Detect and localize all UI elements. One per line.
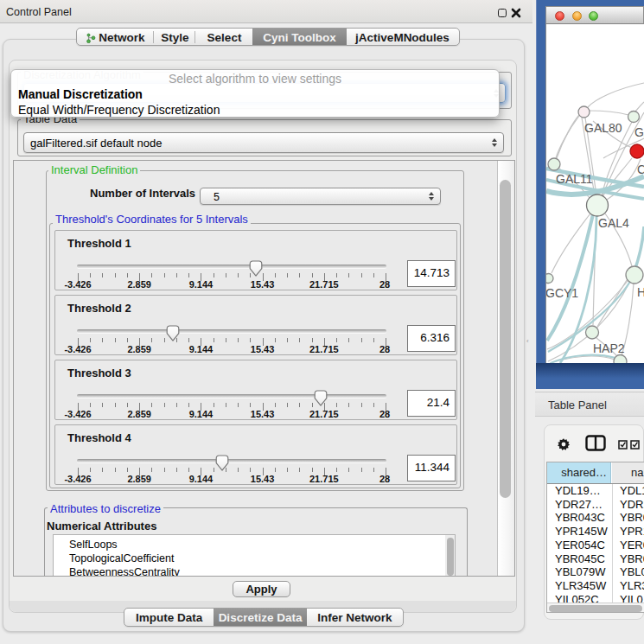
svg-text:HAP2: HAP2 (593, 341, 625, 355)
svg-text:GAL4: GAL4 (598, 216, 629, 230)
svg-text:GA: GA (634, 125, 644, 139)
svg-text:GAL80: GAL80 (584, 121, 622, 135)
svg-text:H: H (637, 285, 644, 299)
svg-text:GCY1: GCY1 (546, 286, 578, 300)
svg-text:C: C (637, 163, 644, 176)
svg-text:GAL11: GAL11 (556, 172, 593, 186)
